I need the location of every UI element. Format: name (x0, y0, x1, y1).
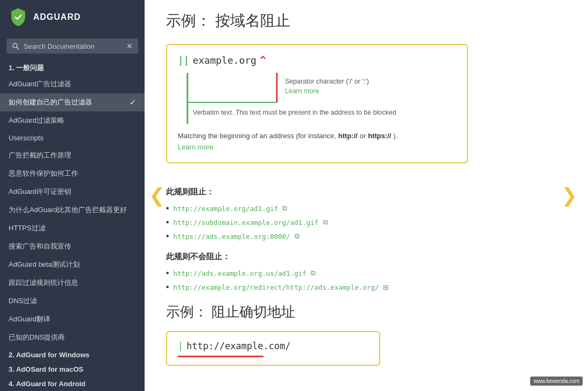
sidebar-item-filter-policy[interactable]: AdGuard过滤策略 (0, 111, 145, 130)
pipe-symbol: || (178, 55, 190, 66)
list-item: http://example.org/ad1.gif ⧉ (166, 204, 556, 213)
sidebar-header: ADGUARD (0, 0, 145, 34)
matching-label: Matching the beginning of an address (fo… (178, 132, 336, 140)
watermark: www.kewenda.com (530, 377, 583, 386)
sidebar-item-label: 为什么AdGuard比其他广告拦截器更好 (9, 205, 127, 215)
sidebar-item-label: AdGuard广告过滤器 (9, 79, 71, 89)
sidebar-item-label: DNS过滤 (9, 296, 37, 306)
sidebar-item-label: Userscripts (9, 134, 43, 142)
sidebar-item-blocking-works[interactable]: 广告拦截的工作原理 (0, 146, 145, 164)
sidebar-item-label: AdGuard翻译 (9, 314, 50, 324)
adguard-logo-icon (9, 7, 28, 27)
sidebar-item-label: AdGuard beta测试计划 (9, 260, 80, 269)
page-title: 示例： 按域名阻止 (166, 11, 556, 31)
copy-icon-4[interactable]: ⧉ (311, 269, 315, 277)
list-item: http://subdomain.example.org/ad1.gif ⧉ (166, 217, 556, 227)
sidebar-item-license[interactable]: AdGuard许可证密钥 (0, 183, 145, 201)
http-text: http:// (338, 132, 358, 140)
https-text: https:// (368, 132, 391, 140)
sidebar-section-3: 3. AdOSard for macOS (0, 361, 145, 375)
sidebar-item-filter-stats[interactable]: 跟踪过滤规则统计信息 (0, 274, 145, 292)
sidebar-item-malware[interactable]: 恶意软件保护如何工作 (0, 164, 145, 183)
sidebar-item-label: HTTPS过滤 (9, 223, 46, 233)
sidebar-item-translate[interactable]: AdGuard翻译 (0, 310, 145, 328)
diagram-code-2-line: | http://example.com/ (178, 341, 368, 351)
search-input[interactable] (24, 42, 122, 50)
svg-line-1 (17, 47, 19, 49)
sidebar-section-2: 2. AdGuard for Windows (0, 347, 145, 361)
sidebar-item-userscripts[interactable]: Userscripts (0, 130, 145, 146)
blocked-url-3[interactable]: https://ads.example.org:8000/ (174, 232, 290, 240)
sidebar-item-https[interactable]: HTTPS过滤 (0, 219, 145, 237)
sidebar-item-dns-filter[interactable]: DNS过滤 (0, 292, 145, 310)
sidebar-item-adguard-ad-filter[interactable]: AdGuard广告过滤器 (0, 75, 145, 93)
sidebar-item-label: 广告拦截的工作原理 (9, 151, 71, 160)
diagram-1: || example.org ^ Separator character ('/… (166, 44, 468, 163)
not-blocked-url-1[interactable]: http://ads.example.org.us/ad1.gif (174, 269, 306, 277)
sidebar: ADGUARD ✕ 1. 一般问题 AdGuard广告过滤器 如何创建自己的广告… (0, 0, 145, 391)
matching-text: Matching the beginning of an address (fo… (178, 132, 456, 140)
url-2-text: http://example.com/ (186, 341, 290, 351)
blocked-title: 此规则阻止： (166, 187, 556, 197)
sidebar-item-beta-test[interactable]: AdGuard beta测试计划 (0, 255, 145, 274)
sidebar-item-label: AdGuard许可证密钥 (9, 187, 71, 197)
sidebar-item-label: 已知的DNS提供商 (9, 333, 65, 342)
diagram-2: | http://example.com/ (166, 331, 380, 366)
caret-symbol: ^ (260, 54, 266, 66)
learn-more-2-link[interactable]: Learn more (178, 143, 213, 151)
blocked-url-2[interactable]: http://subdomain.example.org/ad1.gif (174, 219, 319, 227)
copy-icon-5[interactable]: ⊞ (383, 283, 389, 291)
copy-icon-2[interactable]: ⧉ (323, 218, 328, 227)
blocked-url-1[interactable]: http://example.org/ad1.gif (174, 205, 278, 213)
learn-more-2[interactable]: Learn more (178, 142, 456, 152)
sidebar-item-label: 恶意软件保护如何工作 (9, 169, 78, 178)
copy-icon-1[interactable]: ⧉ (282, 204, 287, 213)
pipe-2-symbol: | (178, 341, 183, 351)
list-item: http://ads.example.org.us/ad1.gif ⧉ (166, 268, 556, 278)
diagram-code-line: || example.org ^ (178, 54, 456, 66)
main-content: 示例： 按域名阻止 || example.org ^ Separator cha… (145, 0, 588, 391)
next-page-button[interactable]: ❯ (561, 184, 577, 207)
blocked-urls-list: http://example.org/ad1.gif ⧉ http://subd… (166, 204, 556, 241)
search-box[interactable]: ✕ (6, 39, 138, 54)
sidebar-item-create-ad-filter[interactable]: 如何创建自己的广告过滤器 ✓ (0, 93, 145, 111)
not-blocked-url-2[interactable]: http://example.org/redirect/http://ads.e… (174, 283, 379, 291)
svg-text:Learn more: Learn more (285, 87, 319, 95)
or-text: or (360, 132, 366, 140)
sidebar-item-label: 跟踪过滤规则统计信息 (9, 278, 78, 288)
underline-bar (178, 356, 263, 357)
sidebar-section-1: 1. 一般问题 (0, 59, 145, 75)
section-title-2: 示例： 阻止确切地址 (166, 303, 556, 321)
prev-page-button[interactable]: ❮ (149, 184, 165, 207)
sidebar-item-label: AdGuard过滤策略 (9, 116, 64, 125)
sidebar-item-label: 搜索广告和自我宣传 (9, 242, 71, 251)
diagram-svg: Separator character ('/' or ':') Learn m… (178, 73, 456, 132)
sidebar-item-search-ads[interactable]: 搜索广告和自我宣传 (0, 237, 145, 255)
not-blocked-title: 此规则不会阻止： (166, 252, 556, 262)
svg-text:Separator character ('/' or ':: Separator character ('/' or ':') (285, 78, 369, 85)
sidebar-item-why-better[interactable]: 为什么AdGuard比其他广告拦截器更好 (0, 201, 145, 219)
domain-text: example.org (193, 55, 257, 66)
sidebar-section-4: 4. AdGuard for Android (0, 375, 145, 390)
svg-text:Verbatim text. This text must : Verbatim text. This text must be present… (193, 109, 396, 116)
brand-name: ADGUARD (33, 12, 81, 22)
copy-icon-3[interactable]: ⧉ (295, 232, 299, 240)
search-icon (12, 42, 19, 50)
active-check-icon: ✓ (130, 98, 136, 107)
sidebar-item-label: 如何创建自己的广告过滤器 (9, 97, 92, 107)
list-item: http://example.org/redirect/http://ads.e… (166, 282, 556, 292)
search-clear-button[interactable]: ✕ (126, 42, 133, 50)
sidebar-item-known-dns[interactable]: 已知的DNS提供商 (0, 328, 145, 347)
not-blocked-urls-list: http://ads.example.org.us/ad1.gif ⧉ http… (166, 268, 556, 292)
list-item: https://ads.example.org:8000/ ⧉ (166, 231, 556, 241)
close-paren: ). (394, 132, 398, 140)
